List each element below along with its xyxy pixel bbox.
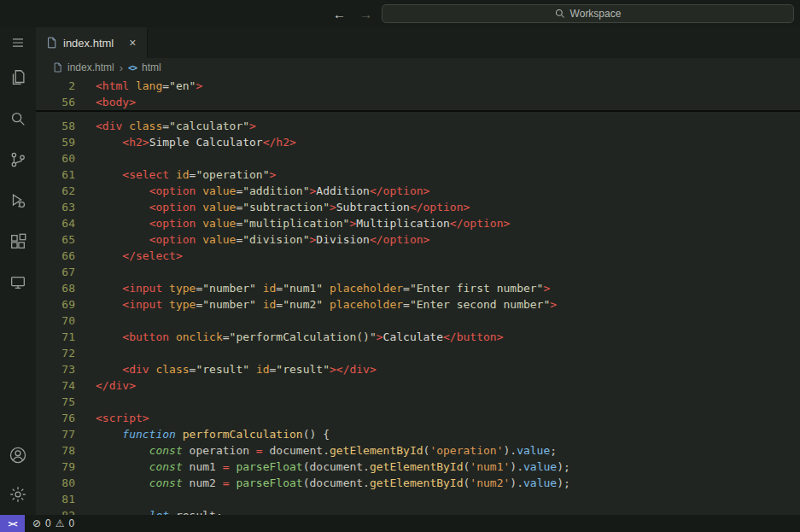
forward-arrow-icon[interactable]: → <box>359 7 372 21</box>
code-text: <div class="calculator"> <box>75 118 256 134</box>
code-line-76[interactable]: 76<script> <box>36 410 800 426</box>
tab-label: index.html <box>63 37 114 50</box>
command-center-search[interactable]: Workspace <box>382 4 794 23</box>
line-number: 73 <box>36 361 75 377</box>
code-text: <option value="multiplication">Multiplic… <box>75 215 510 231</box>
line-number: 58 <box>36 118 75 134</box>
code-text: let result; <box>75 507 223 515</box>
line-number: 66 <box>36 248 75 264</box>
title-bar: ← → Workspace <box>0 0 800 27</box>
code-line-75[interactable]: 75 <box>36 394 800 410</box>
code-line-81[interactable]: 81 <box>36 491 800 507</box>
run-debug-icon <box>9 191 27 210</box>
chevron-right-icon: › <box>120 61 123 74</box>
line-number: 72 <box>36 345 75 361</box>
code-text: <option value="subtraction">Subtraction<… <box>75 199 470 215</box>
code-line-60[interactable]: 60 <box>36 150 800 167</box>
back-arrow-icon[interactable]: ← <box>333 7 346 21</box>
code-line-74[interactable]: 74</div> <box>36 377 800 394</box>
line-number: 77 <box>36 426 75 442</box>
activity-bar-item-source-control[interactable] <box>8 149 28 170</box>
code-line-77[interactable]: 77 function performCalculation() { <box>36 426 800 442</box>
code-line-71[interactable]: 71 <button onclick="performCalculation()… <box>36 329 800 345</box>
line-number: 69 <box>36 296 75 313</box>
warning-icon: ⚠ <box>55 517 65 529</box>
remote-icon: >< <box>8 519 16 529</box>
remote-explorer-icon <box>9 273 27 292</box>
settings-gear-icon <box>9 485 27 504</box>
tab-index-html[interactable]: index.html × <box>36 27 148 58</box>
history-navigation: ← → <box>333 0 372 27</box>
line-number: 74 <box>36 377 75 394</box>
code-line-61[interactable]: 61 <select id="operation"> <box>36 167 800 183</box>
code-line-72[interactable]: 72 <box>36 345 800 361</box>
code-line-65[interactable]: 65 <option value="division">Division</op… <box>36 231 800 248</box>
line-number: 70 <box>36 313 75 329</box>
activity-bar-item-account[interactable] <box>8 445 28 465</box>
code-line-2[interactable]: 2<html lang="en"> <box>36 78 800 94</box>
line-number: 76 <box>36 410 75 426</box>
activity-bar-item-explorer[interactable] <box>8 67 28 88</box>
code-text: const num2 = parseFloat(document.getElem… <box>75 475 570 491</box>
sticky-scroll: 2<html lang="en">56<body> <box>36 77 800 112</box>
activity-bar-item-menu[interactable] <box>8 32 28 53</box>
line-number: 67 <box>36 264 75 280</box>
line-number: 68 <box>36 280 75 296</box>
activity-bar-item-remote-explorer[interactable] <box>8 272 28 293</box>
code-lines: 58<div class="calculator">59 <h2>Simple … <box>36 118 800 515</box>
activity-bar-item-search[interactable] <box>8 108 28 129</box>
line-number: 80 <box>36 475 75 491</box>
code-editor[interactable]: 2<html lang="en">56<body> 58<div class="… <box>36 77 800 515</box>
code-line-64[interactable]: 64 <option value="multiplication">Multip… <box>36 215 800 231</box>
line-number: 60 <box>36 150 75 167</box>
code-text <box>75 264 96 280</box>
symbol-html-icon: <> <box>128 63 137 73</box>
code-text: function performCalculation() { <box>75 426 330 442</box>
activity-bar-item-run-debug[interactable] <box>8 190 28 211</box>
code-text: </div> <box>75 377 136 394</box>
code-line-67[interactable]: 67 <box>36 264 800 280</box>
explorer-icon <box>9 68 27 87</box>
problems-status[interactable]: ⊘ 0 ⚠ 0 <box>32 517 74 529</box>
line-number: 63 <box>36 199 75 215</box>
code-line-59[interactable]: 59 <h2>Simple Calculator</h2> <box>36 134 800 150</box>
extensions-icon <box>9 232 27 251</box>
search-label: Workspace <box>570 8 622 20</box>
code-line-79[interactable]: 79 const num1 = parseFloat(document.getE… <box>36 459 800 475</box>
code-line-68[interactable]: 68 <input type="number" id="num1" placeh… <box>36 280 800 296</box>
file-icon <box>53 62 62 73</box>
code-line-56[interactable]: 56<body> <box>36 94 800 110</box>
code-text: <option value="addition">Addition</optio… <box>75 183 429 199</box>
code-line-58[interactable]: 58<div class="calculator"> <box>36 118 800 134</box>
activity-bar-item-extensions[interactable] <box>8 231 28 252</box>
code-text <box>75 150 96 167</box>
code-text: <h2>Simple Calculator</h2> <box>75 134 296 150</box>
breadcrumb-symbol[interactable]: html <box>142 61 161 73</box>
account-icon <box>9 446 27 465</box>
code-line-82[interactable]: 82 let result; <box>36 507 800 515</box>
code-line-78[interactable]: 78 const operation = document.getElement… <box>36 442 800 459</box>
code-line-66[interactable]: 66 </select> <box>36 248 800 264</box>
line-number: 65 <box>36 231 75 248</box>
breadcrumb-file[interactable]: index.html <box>67 61 114 73</box>
code-text <box>75 345 96 361</box>
code-line-69[interactable]: 69 <input type="number" id="num2" placeh… <box>36 296 800 313</box>
status-bar: >< ⊘ 0 ⚠ 0 <box>0 515 800 532</box>
code-text <box>75 491 96 507</box>
code-line-80[interactable]: 80 const num2 = parseFloat(document.getE… <box>36 475 800 491</box>
remote-indicator[interactable]: >< <box>0 515 25 532</box>
close-icon[interactable]: × <box>126 36 138 50</box>
line-number: 2 <box>36 78 75 94</box>
code-line-63[interactable]: 63 <option value="subtraction">Subtracti… <box>36 199 800 215</box>
tab-bar: index.html × <box>36 27 800 58</box>
line-number: 79 <box>36 459 75 475</box>
source-control-icon <box>9 150 27 169</box>
line-number: 78 <box>36 442 75 459</box>
line-number: 59 <box>36 134 75 150</box>
code-line-62[interactable]: 62 <option value="addition">Addition</op… <box>36 183 800 199</box>
activity-bar-item-settings[interactable] <box>8 484 28 505</box>
code-line-70[interactable]: 70 <box>36 313 800 329</box>
breadcrumb: index.html › <> html <box>36 58 800 77</box>
line-number: 82 <box>36 507 75 515</box>
code-line-73[interactable]: 73 <div class="result" id="result"></div… <box>36 361 800 377</box>
